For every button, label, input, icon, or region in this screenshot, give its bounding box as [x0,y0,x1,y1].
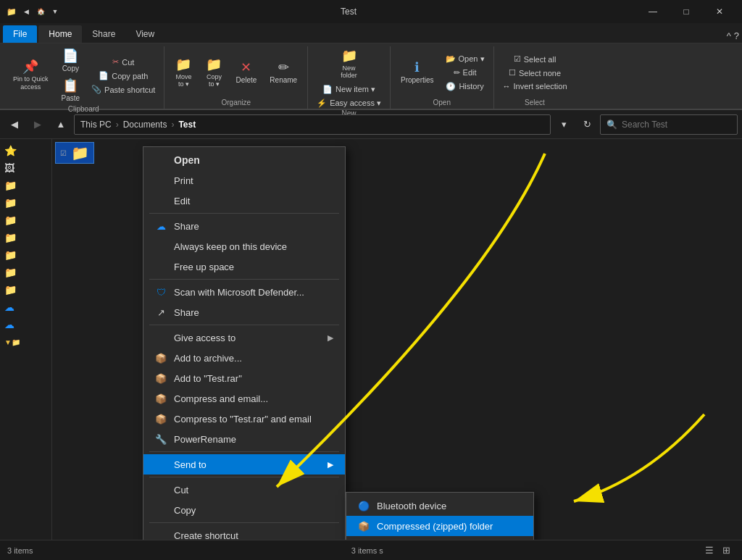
move-to-button[interactable]: 📁 Moveto ▾ [169,55,198,91]
ribbon: 📌 Pin to Quickaccess 📄 Copy 📋 Paste ✂ Cu… [0,43,742,110]
ctx-give-access[interactable]: Give access to ▶ [143,327,345,348]
ctx-always-keep[interactable]: Always keep on this device [143,236,345,256]
minimize-button[interactable]: — [636,0,670,23]
address-dropdown-button[interactable]: ▾ [554,114,574,135]
pin-label: Pin to Quickaccess [13,75,49,91]
sidebar-item-f5[interactable]: 📁 [0,246,51,264]
close-button[interactable]: ✕ [703,0,736,23]
cut-button[interactable]: ✂ Cut [87,56,159,68]
easy-access-label: Easy access ▾ [330,99,381,108]
select-label: Select [525,99,545,109]
ctx-compress-rar-email[interactable]: 📦 Compress to "Test.rar" and email [143,409,345,429]
selected-file[interactable]: ☑ 📁 [55,142,94,164]
sidebar-item-f6[interactable]: 📁 [0,264,51,281]
submenu-compressed[interactable]: 📦 Compressed (zipped) folder [346,516,533,536]
ctx-create-shortcut-label: Create shortcut [174,530,238,540]
ctx-edit[interactable]: Edit [143,191,345,211]
history-button[interactable]: 🕐 History [441,80,489,93]
ctx-send-to[interactable]: Send to ▶ [143,454,345,475]
ctx-compress-rar-email-label: Compress to "Test.rar" and email [174,414,312,425]
properties-button[interactable]: ℹ Properties [395,58,440,87]
paste-button[interactable]: 📋 Paste [56,76,86,105]
tab-share[interactable]: Share [82,25,125,43]
rename-button[interactable]: ✏ Rename [264,58,303,87]
edit-button[interactable]: ✏ Edit [441,67,489,79]
up-button[interactable]: ▲ [51,114,71,135]
ribbon-collapse-button[interactable]: ^ [727,30,731,41]
ctx-copy[interactable]: Copy [143,500,345,520]
breadcrumb-this-pc[interactable]: This PC [80,120,112,130]
back-button[interactable]: ◀ [4,114,25,135]
sidebar-item-f7[interactable]: 📁 [0,281,51,298]
forward-button[interactable]: ▶ [28,114,48,135]
tab-home[interactable]: Home [38,25,82,43]
delete-button[interactable]: ✕ Delete [230,58,262,87]
move-label: Moveto ▾ [175,73,191,88]
ctx-create-shortcut[interactable]: Create shortcut [143,525,345,540]
open-button[interactable]: 📂 Open ▾ [441,53,489,65]
select-all-button[interactable]: ☑ Select all [509,53,561,65]
ctx-cut[interactable]: Cut [143,480,345,500]
sidebar-item-picture[interactable]: 🖼 [0,159,51,177]
sidebar-item-f2[interactable]: 📁 [0,194,51,212]
title-bar: 📁 ◀ 🏠 ▼ Test — □ ✕ [0,0,742,23]
sidebar-item-onedrive2[interactable]: ☁ [0,316,51,333]
sidebar-item-onedrive1[interactable]: ☁ [0,298,51,316]
select-none-button[interactable]: ☐ Select none [504,67,565,79]
maximize-button[interactable]: □ [670,0,703,23]
sidebar-item-f4[interactable]: 📁 [0,229,51,246]
details-view-button[interactable]: ☰ [701,543,717,559]
submenu-bluetooth-label: Bluetooth device [377,501,446,511]
submenu-bluetooth[interactable]: 🔵 Bluetooth device [346,496,533,516]
paste-shortcut-button[interactable]: 📎 Paste shortcut [87,83,159,96]
sidebar-item-f3[interactable]: 📁 [0,212,51,229]
copy-button[interactable]: 📄 Copy [57,46,85,75]
ctx-rar-icon: 📦 [155,372,167,384]
ribbon-tabs: File Home Share View ^ ? [0,23,742,43]
ctx-share-onedrive[interactable]: ☁ Share [143,216,345,236]
help-button[interactable]: ? [734,30,739,41]
new-item-button[interactable]: 📄 New item ▾ [318,83,380,96]
submenu-desktop[interactable]: 🖥 Desktop (create shortcut) [346,536,533,540]
copy-to-button[interactable]: 📁 Copyto ▾ [199,55,228,91]
breadcrumb-documents[interactable]: Documents [123,120,167,130]
context-menu: Open Print Edit ☁ Share Always keep on t… [143,146,346,540]
ctx-compress-email[interactable]: 📦 Compress and email... [143,388,345,409]
easy-access-button[interactable]: ⚡ Easy access ▾ [312,97,385,109]
ctx-share2[interactable]: ↗ Share [143,302,345,322]
ribbon-group-new: 📁 Newfolder 📄 New item ▾ ⚡ Easy access ▾… [308,46,391,109]
large-icons-view-button[interactable]: ⊞ [719,543,735,559]
ctx-cut-label: Cut [174,485,188,496]
picture-icon: 🖼 [4,162,14,174]
select-items: ☑ Select all ☐ Select none ↔ Invert sele… [499,46,572,99]
window-controls: — □ ✕ [636,0,736,23]
sidebar-item-test[interactable]: ▼📁 [0,333,51,351]
ctx-free-up[interactable]: Free up space [143,256,345,277]
refresh-button[interactable]: ↻ [577,114,597,135]
ctx-shortcut-icon [155,530,167,540]
sidebar-item-quickaccess[interactable]: ⭐ [0,142,51,159]
tab-file[interactable]: File [3,25,37,43]
send-to-submenu: 🔵 Bluetooth device 📦 Compressed (zipped)… [346,492,534,540]
ctx-power-rename[interactable]: 🔧 PowerRename [143,429,345,449]
sidebar-item-f1[interactable]: 📁 [0,177,51,194]
ctx-print-icon [155,175,167,186]
ctx-print[interactable]: Print [143,170,345,191]
folder4-icon: 📁 [4,232,17,243]
copy-path-button[interactable]: 📄 Copy path [87,70,159,82]
invert-selection-label: Invert selection [514,82,567,91]
ctx-add-rar[interactable]: 📦 Add to "Test.rar" [143,368,345,388]
ctx-add-archive-label: Add to archive... [174,353,242,364]
breadcrumb-test[interactable]: Test [178,120,196,130]
invert-selection-button[interactable]: ↔ Invert selection [499,80,572,92]
address-bar[interactable]: This PC › Documents › Test [74,114,551,135]
ctx-defender[interactable]: 🛡 Scan with Microsoft Defender... [143,282,345,302]
search-bar[interactable]: 🔍 Search Test [600,114,738,135]
tab-view[interactable]: View [125,25,164,43]
pin-to-quick-access-button[interactable]: 📌 Pin to Quickaccess [7,57,54,94]
status-selected-info: 3 items s [351,546,383,555]
new-folder-button[interactable]: 📁 Newfolder [335,46,364,82]
ctx-open[interactable]: Open [143,150,345,170]
status-bar: 3 items 3 items s ☰ ⊞ [0,540,742,560]
ctx-add-archive[interactable]: 📦 Add to archive... [143,348,345,368]
